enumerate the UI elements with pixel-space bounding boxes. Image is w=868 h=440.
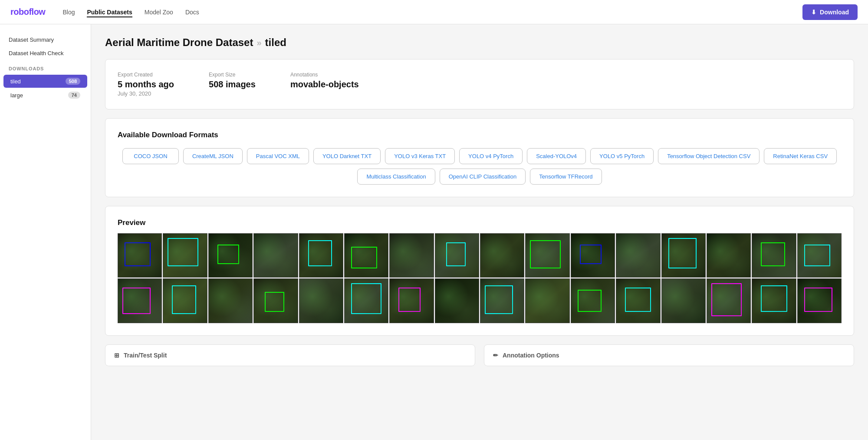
page-layout: Dataset Summary Dataset Health Check DOW…: [0, 24, 868, 440]
format-createml-json[interactable]: CreateML JSON: [183, 148, 243, 164]
format-coco-json[interactable]: COCO JSON: [122, 148, 179, 164]
preview-image-17: [118, 278, 162, 323]
nav-blog[interactable]: Blog: [62, 7, 75, 17]
preview-image-29: [661, 278, 706, 323]
preview-image-13: [661, 233, 706, 278]
preview-image-11: [571, 233, 615, 278]
formats-title: Available Download Formats: [118, 131, 842, 139]
preview-image-15: [752, 233, 796, 278]
preview-image-23: [389, 278, 434, 323]
formats-card: Available Download Formats COCO JSON Cre…: [105, 118, 854, 197]
preview-image-16: [797, 233, 842, 278]
table-icon: ⊞: [114, 352, 119, 359]
sidebar-item-tiled[interactable]: tiled 508: [3, 75, 87, 88]
nav-docs[interactable]: Docs: [185, 7, 199, 17]
preview-image-3: [208, 233, 253, 278]
preview-image-14: [707, 233, 751, 278]
preview-image-21: [299, 278, 343, 323]
export-info-card: Export Created 5 months ago July 30, 202…: [105, 59, 854, 109]
format-retinanet-keras-csv[interactable]: RetinaNet Keras CSV: [764, 148, 837, 164]
sidebar-item-dataset-health-check[interactable]: Dataset Health Check: [0, 46, 91, 60]
nav: Blog Public Datasets Model Zoo Docs: [62, 7, 802, 17]
train-test-split-hint[interactable]: ⊞ Train/Test Split: [105, 344, 475, 366]
header-download-button[interactable]: ⬇ Download: [802, 4, 858, 20]
preview-image-27: [571, 278, 615, 323]
formats-grid: COCO JSON CreateML JSON Pascal VOC XML Y…: [118, 148, 842, 185]
preview-image-7: [389, 233, 434, 278]
logo: roboflow: [10, 7, 45, 17]
header: roboflow Blog Public Datasets Model Zoo …: [0, 0, 868, 24]
annotation-icon: ✏: [493, 352, 498, 359]
preview-image-2: [163, 233, 207, 278]
preview-image-30: [707, 278, 751, 323]
annotations-block: Annotations movable-objects: [290, 72, 359, 89]
preview-image-6: [344, 233, 388, 278]
format-tensorflow-tfrecord[interactable]: Tensorflow TFRecord: [530, 169, 602, 185]
export-created-block: Export Created 5 months ago July 30, 202…: [118, 72, 174, 97]
nav-public-datasets[interactable]: Public Datasets: [87, 7, 132, 17]
preview-image-22: [344, 278, 388, 323]
preview-card: Preview: [105, 206, 854, 336]
preview-grid: [118, 233, 842, 323]
preview-image-19: [208, 278, 253, 323]
sidebar-section-downloads: DOWNLOADS: [0, 60, 91, 74]
format-multiclass-classification[interactable]: Multiclass Classification: [357, 169, 435, 185]
format-yolo-v5-pytorch[interactable]: YOLO v5 PyTorch: [590, 148, 654, 164]
nav-model-zoo[interactable]: Model Zoo: [145, 7, 173, 17]
preview-image-18: [163, 278, 207, 323]
bottom-hint-row: ⊞ Train/Test Split ✏ Annotation Options: [105, 344, 854, 366]
main-content: Aerial Maritime Drone Dataset » tiled Ex…: [91, 24, 868, 440]
preview-title: Preview: [118, 218, 842, 227]
preview-image-26: [525, 278, 569, 323]
preview-image-31: [752, 278, 796, 323]
preview-image-20: [253, 278, 298, 323]
sidebar-item-large[interactable]: large 74: [3, 89, 87, 102]
export-size-block: Export Size 508 images: [209, 72, 256, 89]
preview-image-4: [253, 233, 298, 278]
preview-image-10: [525, 233, 569, 278]
preview-image-9: [480, 233, 524, 278]
format-scaled-yolov4[interactable]: Scaled-YOLOv4: [527, 148, 586, 164]
format-yolo-v4-pytorch[interactable]: YOLO v4 PyTorch: [459, 148, 523, 164]
preview-image-1: [118, 233, 162, 278]
preview-image-8: [435, 233, 479, 278]
sidebar: Dataset Summary Dataset Health Check DOW…: [0, 24, 91, 440]
export-info-row: Export Created 5 months ago July 30, 202…: [118, 72, 842, 97]
preview-image-12: [616, 233, 660, 278]
format-pascal-voc-xml[interactable]: Pascal VOC XML: [247, 148, 309, 164]
page-title: Aerial Maritime Drone Dataset » tiled: [105, 36, 854, 49]
download-icon: ⬇: [811, 9, 816, 16]
format-yolo-v3-keras-txt[interactable]: YOLO v3 Keras TXT: [385, 148, 455, 164]
preview-image-28: [616, 278, 660, 323]
preview-image-24: [435, 278, 479, 323]
chevron-icon: »: [256, 38, 261, 48]
format-yolo-darknet-txt[interactable]: YOLO Darknet TXT: [313, 148, 381, 164]
annotation-options-hint[interactable]: ✏ Annotation Options: [484, 344, 854, 366]
format-openai-clip-classification[interactable]: OpenAI CLIP Classification: [440, 169, 526, 185]
preview-image-32: [797, 278, 842, 323]
format-tensorflow-object-detection[interactable]: Tensorflow Object Detection CSV: [658, 148, 760, 164]
sidebar-item-dataset-summary[interactable]: Dataset Summary: [0, 33, 91, 46]
preview-image-5: [299, 233, 343, 278]
preview-image-25: [480, 278, 524, 323]
